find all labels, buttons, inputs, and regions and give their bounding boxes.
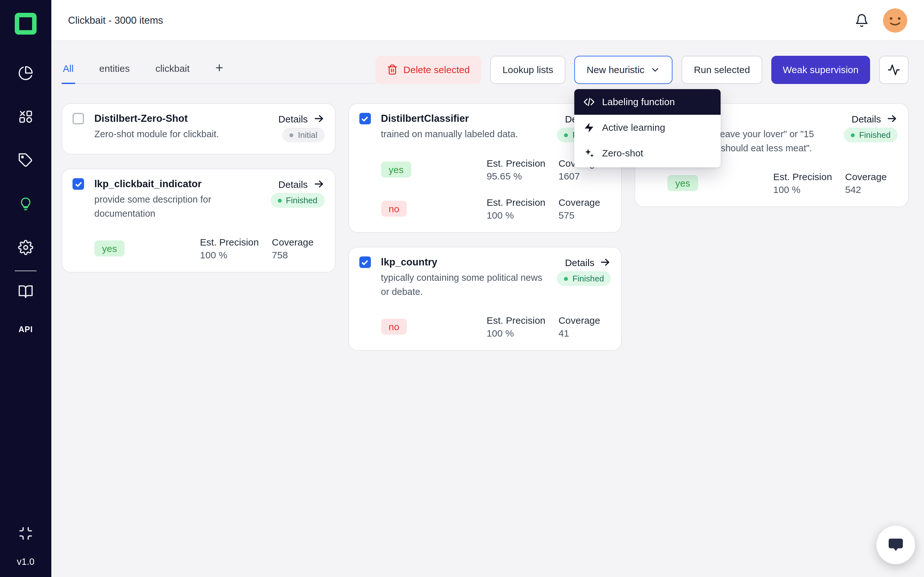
new-heuristic-menu: Labeling function Active learning xyxy=(575,89,721,167)
label-stat-row: yes Est. Precision 100 % Coverage 542 xyxy=(646,171,898,195)
status-label: Finished xyxy=(286,195,317,205)
xo-grid-icon xyxy=(18,109,33,124)
app-root: API v1.0 Clickbait - 3000 items All enti… xyxy=(0,0,924,577)
coverage-label: Coverage xyxy=(559,197,611,208)
pie-chart-icon xyxy=(18,65,33,81)
chat-bubble-icon xyxy=(887,536,905,554)
new-heuristic-label: New heuristic xyxy=(587,64,645,75)
details-link[interactable]: Details xyxy=(278,178,325,190)
run-selected-button[interactable]: Run selected xyxy=(682,55,762,84)
est-precision-stat: Est. Precision 100 % xyxy=(487,197,559,221)
notifications-bell-icon[interactable] xyxy=(855,13,869,27)
top-header: Clickbait - 3000 items xyxy=(51,0,924,41)
card-title: Distilbert-Zero-Shot xyxy=(94,113,270,124)
app-logo xyxy=(15,13,37,35)
label-chip-no: no xyxy=(381,318,407,334)
chevron-down-icon xyxy=(650,64,661,75)
label-chip-yes: yes xyxy=(668,175,698,191)
chat-launcher-button[interactable] xyxy=(877,526,915,564)
sidebar-item-labeling[interactable] xyxy=(18,153,33,168)
card-title: DistilbertClassifier xyxy=(381,113,556,124)
coverage-label: Coverage xyxy=(559,314,611,326)
status-dot xyxy=(564,277,568,280)
label-stat-row: yes Est. Precision 95.65 % Coverage 1607 xyxy=(359,158,611,181)
sidebar-item-heuristics[interactable] xyxy=(18,196,33,211)
trash-icon xyxy=(387,64,397,75)
label-stat-row: yes Est. Precision 100 % Coverage 758 xyxy=(73,236,325,260)
status-dot xyxy=(278,198,281,202)
details-link[interactable]: Details xyxy=(278,113,325,124)
sidebar-bottom: v1.0 xyxy=(17,526,35,577)
collapse-corners-icon[interactable] xyxy=(18,526,33,541)
sidebar-item-overview[interactable] xyxy=(18,65,33,81)
lightning-icon xyxy=(583,121,595,133)
weak-supervision-label: Weak supervision xyxy=(783,64,859,75)
details-label: Details xyxy=(278,113,308,124)
status-badge: Finished xyxy=(270,193,325,208)
card-checkbox[interactable] xyxy=(359,256,371,268)
toolbar-actions: Delete selected Lookup lists New heurist… xyxy=(375,55,909,84)
card-description: provide some description for documentati… xyxy=(94,193,258,221)
est-precision-label: Est. Precision xyxy=(487,197,559,208)
code-icon xyxy=(583,96,595,107)
est-precision-value: 95.65 % xyxy=(487,171,559,181)
sidebar-item-settings[interactable] xyxy=(18,240,33,255)
card-description: Zero-shot module for clickbait. xyxy=(94,127,219,142)
est-precision-stat: Est. Precision 100 % xyxy=(200,236,272,260)
card-checkbox[interactable] xyxy=(359,113,371,124)
card-title: lkp_country xyxy=(381,256,556,268)
lookup-lists-label: Lookup lists xyxy=(502,64,553,75)
coverage-value: 575 xyxy=(559,210,611,221)
user-avatar[interactable] xyxy=(883,8,907,32)
new-heuristic-button[interactable]: New heuristic xyxy=(575,55,673,84)
new-heuristic-dropdown-wrap: New heuristic Labeling function xyxy=(575,55,673,84)
heuristic-card-lkp-clickbait-indicator: lkp_clickbait_indicator Details provide … xyxy=(61,169,335,272)
sidebar-item-documentation[interactable] xyxy=(18,284,33,300)
delete-selected-button[interactable]: Delete selected xyxy=(375,55,481,84)
sidebar-nav xyxy=(18,65,33,255)
tab-all[interactable]: All xyxy=(61,55,75,84)
card-checkbox[interactable] xyxy=(73,113,84,124)
est-precision-value: 100 % xyxy=(487,210,559,221)
tab-entities[interactable]: entities xyxy=(98,55,131,83)
tab-clickbait[interactable]: clickbait xyxy=(154,55,191,83)
menu-item-active-learning[interactable]: Active learning xyxy=(575,114,721,140)
weak-supervision-button[interactable]: Weak supervision xyxy=(771,55,870,84)
coverage-label: Coverage xyxy=(845,171,898,182)
coverage-stat: Coverage 758 xyxy=(272,236,325,260)
sidebar-item-data-browser[interactable] xyxy=(18,109,33,124)
status-dot xyxy=(290,133,294,137)
status-badge: Initial xyxy=(283,127,325,142)
toolbar: All entities clickbait + Delete selected… xyxy=(61,55,909,84)
add-tab-button[interactable]: + xyxy=(214,55,225,83)
lookup-lists-button[interactable]: Lookup lists xyxy=(490,55,565,84)
status-dot xyxy=(564,133,568,137)
activity-monitor-button[interactable] xyxy=(879,55,909,84)
status-label: Finished xyxy=(859,130,891,140)
card-checkbox[interactable] xyxy=(73,178,84,190)
heuristic-card-distilbert-zero-shot: Distilbert-Zero-Shot Details Zero-shot m… xyxy=(61,103,335,155)
menu-item-label: Labeling function xyxy=(602,96,675,107)
est-precision-value: 100 % xyxy=(773,184,845,195)
label-chip-yes: yes xyxy=(381,161,411,177)
details-link[interactable]: Details xyxy=(565,256,611,268)
coverage-stat: Coverage 575 xyxy=(559,197,611,221)
card-description: trained on manually labeled data. xyxy=(381,127,518,142)
coverage-value: 41 xyxy=(559,327,611,338)
details-link[interactable]: Details xyxy=(851,113,898,124)
coverage-value: 542 xyxy=(845,184,898,195)
status-label: Initial xyxy=(298,130,318,140)
est-precision-value: 100 % xyxy=(487,327,559,338)
est-precision-label: Est. Precision xyxy=(487,158,559,169)
page-title: Clickbait - 3000 items xyxy=(68,15,163,26)
est-precision-stat: Est. Precision 100 % xyxy=(487,314,559,338)
arrow-right-icon xyxy=(313,178,325,190)
est-precision-label: Est. Precision xyxy=(773,171,845,182)
status-badge: Finished xyxy=(844,127,898,142)
delete-selected-label: Delete selected xyxy=(403,64,470,75)
menu-item-zero-shot[interactable]: Zero-shot xyxy=(575,140,721,166)
label-stat-row: no Est. Precision 100 % Coverage 575 xyxy=(359,197,611,221)
menu-item-labeling-function[interactable]: Labeling function xyxy=(575,89,721,114)
run-selected-label: Run selected xyxy=(694,64,750,75)
sidebar-item-api[interactable]: API xyxy=(19,325,33,334)
